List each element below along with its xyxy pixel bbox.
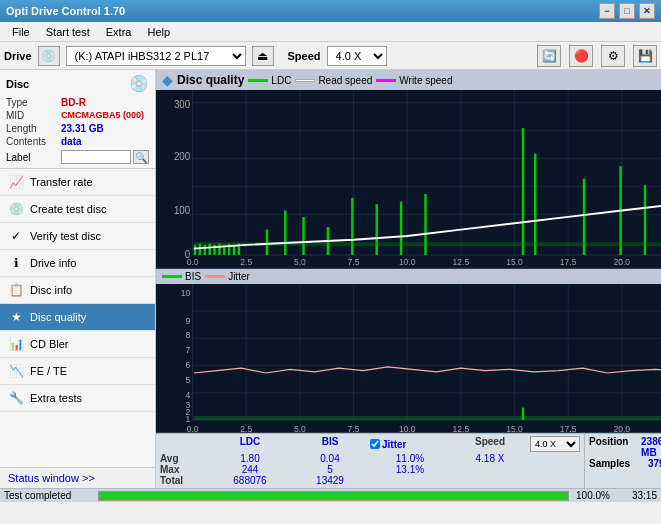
right-panel: ◆ Disc quality LDC Read speed Write spee… (156, 70, 661, 488)
settings-button[interactable]: ⚙ (601, 45, 625, 67)
avg-bis: 0.04 (290, 453, 370, 464)
svg-text:10: 10 (181, 288, 191, 298)
svg-text:15.0: 15.0 (506, 424, 523, 432)
length-value: 23.31 GB (61, 123, 104, 134)
sidebar-label-extra-tests: Extra tests (30, 392, 82, 404)
svg-text:7: 7 (185, 345, 190, 355)
cd-bler-icon: 📊 (8, 336, 24, 352)
svg-text:12.5: 12.5 (453, 257, 470, 267)
label-input[interactable] (61, 150, 131, 164)
svg-text:20.0: 20.0 (614, 257, 631, 267)
avg-speed: 4.18 X (450, 453, 530, 464)
contents-value: data (61, 136, 82, 147)
sidebar-item-cd-bler[interactable]: 📊 CD Bler (0, 331, 155, 358)
eject-button[interactable]: ⏏ (252, 46, 274, 66)
max-jitter: 13.1% (370, 464, 450, 475)
window-controls: − □ ✕ (599, 3, 655, 19)
svg-rect-47 (400, 202, 402, 255)
menu-bar: File Start test Extra Help (0, 22, 661, 42)
speed-select[interactable]: 4.0 X (327, 46, 387, 66)
svg-rect-43 (302, 217, 304, 255)
speed-select-stats[interactable]: 4.0 X (530, 436, 580, 452)
mid-label: MID (6, 110, 61, 121)
menu-file[interactable]: File (4, 24, 38, 40)
total-label: Total (160, 475, 210, 486)
svg-text:5: 5 (185, 375, 190, 385)
legend-read-speed: Read speed (295, 75, 372, 86)
burn-button[interactable]: 🔴 (569, 45, 593, 67)
disc-section-icon: 💿 (129, 74, 149, 93)
svg-text:7.5: 7.5 (348, 424, 360, 432)
svg-text:5.0: 5.0 (294, 424, 306, 432)
verify-test-disc-icon: ✓ (8, 228, 24, 244)
refresh-button[interactable]: 🔄 (537, 45, 561, 67)
menu-help[interactable]: Help (139, 24, 178, 40)
svg-text:100: 100 (174, 205, 191, 216)
position-label: Position (589, 436, 637, 458)
svg-rect-0 (156, 90, 661, 268)
samples-label: Samples (589, 458, 644, 469)
mid-value: CMCMAGBA5 (000) (61, 110, 144, 121)
sidebar-label-transfer-rate: Transfer rate (30, 176, 93, 188)
type-label: Type (6, 97, 61, 108)
progress-time: 33:15 (617, 490, 657, 501)
sidebar-label-fe-te: FE / TE (30, 365, 67, 377)
drive-select[interactable]: (K:) ATAPI iHBS312 2 PL17 (66, 46, 246, 66)
svg-text:9: 9 (185, 315, 190, 325)
close-button[interactable]: ✕ (639, 3, 655, 19)
minimize-button[interactable]: − (599, 3, 615, 19)
sidebar-item-verify-test-disc[interactable]: ✓ Verify test disc (0, 223, 155, 250)
bottom-chart-svg: 10 9 8 7 6 5 4 3 2 1 20% 16% 12% 8% 4% (156, 284, 661, 432)
progress-percent: 100.0% (573, 490, 613, 501)
svg-text:200: 200 (174, 151, 191, 162)
stats-bar: LDC BIS Jitter Speed 4.0 X Avg 1.80 0.04 (156, 433, 661, 488)
total-bis: 13429 (290, 475, 370, 486)
svg-text:8: 8 (185, 330, 190, 340)
stats-jitter-check[interactable]: Jitter (370, 436, 450, 452)
sidebar: Disc 💿 Type BD-R MID CMCMAGBA5 (000) Len… (0, 70, 156, 488)
sidebar-item-create-test-disc[interactable]: 💿 Create test disc (0, 196, 155, 223)
total-ldc: 688076 (210, 475, 290, 486)
main-container: Disc 💿 Type BD-R MID CMCMAGBA5 (000) Len… (0, 70, 661, 488)
sidebar-label-cd-bler: CD Bler (30, 338, 69, 350)
sidebar-item-fe-te[interactable]: 📉 FE / TE (0, 358, 155, 385)
svg-text:7.5: 7.5 (348, 257, 360, 267)
svg-text:4: 4 (185, 389, 190, 399)
svg-rect-45 (351, 198, 353, 255)
svg-rect-71 (156, 284, 661, 432)
svg-text:0.0: 0.0 (187, 424, 199, 432)
label-search-button[interactable]: 🔍 (133, 150, 149, 164)
sidebar-item-disc-info[interactable]: 📋 Disc info (0, 277, 155, 304)
menu-start-test[interactable]: Start test (38, 24, 98, 40)
avg-ldc: 1.80 (210, 453, 290, 464)
status-window-button[interactable]: Status window >> (0, 467, 155, 488)
jitter-checkbox[interactable] (370, 439, 380, 449)
type-value: BD-R (61, 97, 86, 108)
drive-icon[interactable]: 💿 (38, 46, 60, 66)
disc-info-icon: 📋 (8, 282, 24, 298)
stats-header-ldc: LDC (210, 436, 290, 452)
sidebar-item-drive-info[interactable]: ℹ Drive info (0, 250, 155, 277)
svg-text:12.5: 12.5 (453, 424, 470, 432)
sidebar-item-extra-tests[interactable]: 🔧 Extra tests (0, 385, 155, 412)
top-chart: 300 200 100 0 18X 16X 14X 12X 10X 8X 6X … (156, 90, 661, 269)
progress-fill (99, 492, 568, 500)
sidebar-label-verify-test-disc: Verify test disc (30, 230, 101, 242)
svg-text:2.5: 2.5 (240, 424, 252, 432)
svg-text:20.0: 20.0 (614, 424, 631, 432)
svg-text:10.0: 10.0 (399, 257, 416, 267)
right-stats: Position 23862 MB Samples 379530 (584, 434, 661, 488)
svg-rect-103 (194, 416, 661, 420)
maximize-button[interactable]: □ (619, 3, 635, 19)
sidebar-item-transfer-rate[interactable]: 📈 Transfer rate (0, 169, 155, 196)
save-button[interactable]: 💾 (633, 45, 657, 67)
disc-quality-icon: ★ (8, 309, 24, 325)
bottom-chart: 10 9 8 7 6 5 4 3 2 1 20% 16% 12% 8% 4% (156, 284, 661, 433)
menu-extra[interactable]: Extra (98, 24, 140, 40)
max-label: Max (160, 464, 210, 475)
create-test-disc-icon: 💿 (8, 201, 24, 217)
sidebar-item-disc-quality[interactable]: ★ Disc quality (0, 304, 155, 331)
legend-bis: BIS (162, 271, 201, 282)
bis-chart-header: BIS Jitter (156, 269, 661, 284)
legend-write-speed: Write speed (376, 75, 452, 86)
